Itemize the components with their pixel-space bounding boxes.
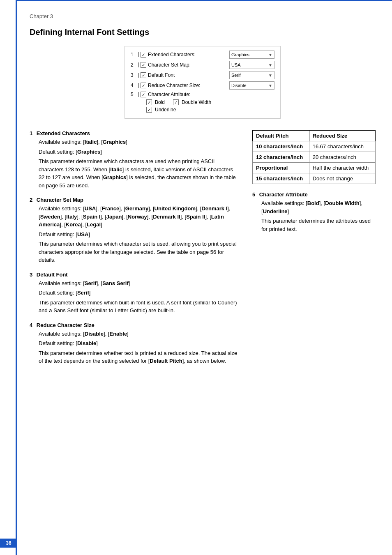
section-4-desc: This parameter determines whether text i…	[39, 349, 240, 365]
reduced-4: Does not change	[309, 173, 375, 184]
section-3-heading: 3 Default Font	[30, 272, 240, 278]
section-3-default: Default setting: [Serif]	[39, 289, 240, 297]
select-2-value: USA	[231, 62, 241, 67]
pitch-4: 15 characters/inch	[253, 173, 309, 184]
label-bold: Bold	[155, 99, 165, 105]
chapter-label: Chapter 3	[30, 13, 376, 19]
section-2-num: 2	[30, 197, 32, 203]
section-2: 2 Character Set Map Available settings: …	[30, 197, 240, 264]
diagram-label-5: Character Attribute:	[148, 92, 274, 97]
section-2-title: Character Set Map	[37, 197, 83, 203]
select-2[interactable]: USA ▼	[229, 61, 274, 69]
select-3-arrow: ▼	[268, 73, 272, 78]
line-2	[138, 62, 139, 67]
diagram-num-4: 4	[131, 83, 138, 88]
section-1-body: Available settings: [Italic], [Graphics]…	[39, 138, 240, 189]
select-1-arrow: ▼	[268, 53, 272, 57]
diagram-row-3: 3 Default Font Serif ▼	[131, 71, 274, 79]
section-1-title: Extended Characters	[37, 130, 90, 136]
diagram-sub-row: Bold Double Width	[146, 99, 274, 105]
select-1[interactable]: Graphics ▼	[229, 51, 274, 59]
section-1-heading: 1 Extended Characters	[30, 130, 240, 136]
settings-diagram: 1 Extended Characters: Graphics ▼ 2 Char…	[125, 46, 281, 119]
diagram-num-5: 5	[131, 92, 138, 97]
select-1-value: Graphics	[231, 52, 249, 57]
select-4[interactable]: Disable ▼	[229, 81, 274, 90]
section-1-available: Available settings: [Italic], [Graphics]	[39, 138, 240, 146]
diagram-row-1: 1 Extended Characters: Graphics ▼	[131, 51, 274, 59]
diagram-sub-row-2: Underline	[146, 107, 274, 113]
section-4-default: Default setting: [Disable]	[39, 339, 240, 348]
left-sidebar: 36	[0, 0, 17, 555]
checkbox-5[interactable]	[141, 92, 146, 97]
select-3-value: Serif	[231, 73, 241, 78]
section-3-num: 3	[30, 272, 32, 278]
section-3: 3 Default Font Available settings: [Seri…	[30, 272, 240, 315]
section-4-heading: 4 Reduce Character Size	[30, 322, 240, 328]
section-1-default: Default setting: [Graphics]	[39, 148, 240, 156]
section-5-heading: 5 Character Attribute	[252, 191, 376, 198]
right-col: Default Pitch Reduced Size 10 characters…	[252, 130, 376, 373]
page-number: 36	[0, 539, 17, 548]
section-1: 1 Extended Characters Available settings…	[30, 130, 240, 189]
pitch-table-row-2: 12 characters/inch 20 characters/inch	[253, 152, 376, 163]
section-3-desc: This parameter determines which built-in…	[39, 299, 240, 315]
sub-check-bold: Bold	[146, 99, 165, 105]
section-3-available: Available settings: [Serif], [Sans Serif…	[39, 279, 240, 288]
reduced-1: 16.67 characters/inch	[309, 141, 375, 152]
two-col-section: 1 Extended Characters Available settings…	[30, 130, 376, 373]
section-4-num: 4	[30, 322, 32, 328]
section-1-desc: This parameter determines which characte…	[39, 157, 240, 189]
select-2-arrow: ▼	[268, 63, 272, 67]
diagram-label-2: Character Set Map:	[148, 62, 229, 68]
sub-check-doublewidth: Double Width	[173, 99, 211, 105]
checkbox-2[interactable]	[141, 62, 146, 68]
page-title: Defining Internal Font Settings	[30, 28, 376, 37]
checkbox-1[interactable]	[141, 52, 146, 58]
pitch-3: Proportional	[253, 163, 309, 173]
select-4-value: Disable	[231, 83, 247, 88]
section-2-heading: 2 Character Set Map	[30, 197, 240, 203]
line-1	[138, 52, 139, 57]
left-col: 1 Extended Characters Available settings…	[30, 130, 240, 373]
label-underline: Underline	[155, 107, 176, 113]
diagram-num-3: 3	[131, 72, 138, 78]
select-3[interactable]: Serif ▼	[229, 71, 274, 79]
checkbox-bold[interactable]	[146, 99, 152, 105]
section-5-num: 5	[252, 191, 255, 198]
diagram-row-5: 5 Character Attribute:	[131, 92, 274, 97]
section-3-body: Available settings: [Serif], [Sans Serif…	[39, 279, 240, 315]
section-1-num: 1	[30, 130, 32, 136]
section-4-available: Available settings: [Disable], [Enable]	[39, 330, 240, 338]
pitch-table-row-4: 15 characters/inch Does not change	[253, 173, 376, 184]
section-5-available: Available settings: [Bold], [Double Widt…	[261, 199, 376, 215]
checkbox-4[interactable]	[141, 83, 146, 88]
diagram-num-1: 1	[131, 52, 138, 58]
section-4: 4 Reduce Character Size Available settin…	[30, 322, 240, 365]
pitch-2: 12 characters/inch	[253, 152, 309, 163]
checkbox-3[interactable]	[141, 72, 146, 78]
section-5-title: Character Attribute	[259, 191, 308, 198]
main-content: Chapter 3 Defining Internal Font Setting…	[17, 0, 392, 555]
line-4	[138, 83, 139, 88]
reduced-2: 20 characters/inch	[309, 152, 375, 163]
select-4-arrow: ▼	[268, 83, 272, 88]
section-4-title: Reduce Character Size	[37, 322, 95, 328]
diagram-row-4: 4 Reduce Character Size: Disable ▼	[131, 81, 274, 90]
line-3	[138, 73, 139, 78]
diagram-row-2: 2 Character Set Map: USA ▼	[131, 61, 274, 69]
section-2-default: Default setting: [USA]	[39, 230, 240, 239]
label-doublewidth: Double Width	[182, 99, 211, 105]
section-5-desc: This parameter determines the attributes…	[261, 217, 376, 233]
checkbox-underline[interactable]	[146, 107, 152, 113]
diagram-label-1: Extended Characters:	[148, 52, 229, 58]
pitch-table-row-1: 10 characters/inch 16.67 characters/inch	[253, 141, 376, 152]
diagram-num-2: 2	[131, 62, 138, 68]
page-container: 36 Chapter 3 Defining Internal Font Sett…	[0, 0, 392, 555]
sub-check-underline: Underline	[146, 107, 176, 113]
checkbox-doublewidth[interactable]	[173, 99, 179, 105]
diagram-label-4: Reduce Character Size:	[148, 83, 229, 88]
section-2-available: Available settings: [USA], [France], [Ge…	[39, 205, 240, 229]
section-5: 5 Character Attribute Available settings…	[252, 191, 376, 233]
pitch-table-header-1: Default Pitch	[253, 131, 309, 141]
